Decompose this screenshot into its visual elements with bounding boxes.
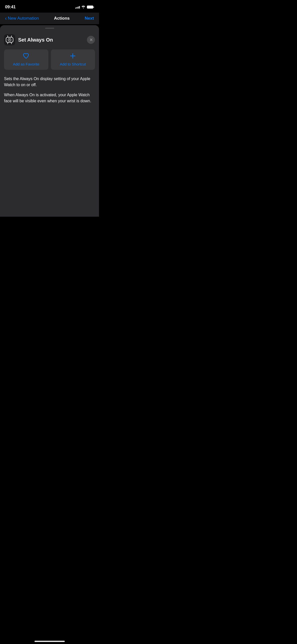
back-chevron-icon: ‹	[5, 15, 7, 21]
page-title: Actions	[54, 16, 70, 21]
next-button[interactable]: Next	[85, 16, 94, 21]
action-icon-container	[4, 34, 15, 45]
signal-bar-2	[77, 7, 77, 9]
add-shortcut-button[interactable]: Add to Shortcut	[51, 49, 95, 70]
apple-watch-icon	[6, 36, 13, 44]
svg-point-6	[9, 39, 10, 40]
description-text-2: When Always On is activated, your Apple …	[4, 92, 95, 104]
signal-bar-4	[79, 6, 80, 9]
add-favorite-label: Add as Favorite	[13, 62, 39, 66]
status-time: 09:41	[5, 5, 16, 10]
signal-bar-1	[75, 8, 76, 9]
action-header: Set Always On ✕	[0, 31, 99, 49]
bottom-sheet: Set Always On ✕ Add as Favorite Add to S…	[0, 25, 99, 217]
signal-bars-icon	[75, 6, 80, 9]
close-button[interactable]: ✕	[87, 36, 95, 44]
status-bar: 09:41	[0, 0, 99, 13]
back-label: New Automation	[8, 16, 39, 21]
battery-icon	[87, 6, 94, 9]
add-favorite-button[interactable]: Add as Favorite	[4, 49, 48, 70]
description-area: Sets the Always On display setting of yo…	[0, 74, 99, 104]
back-button[interactable]: ‹ New Automation	[5, 16, 39, 21]
action-icon-title: Set Always On	[4, 34, 53, 45]
sheet-handle-area	[0, 25, 99, 31]
heart-icon	[23, 53, 29, 60]
close-icon: ✕	[89, 38, 93, 42]
sheet-handle	[45, 28, 54, 29]
add-shortcut-label: Add to Shortcut	[60, 62, 86, 66]
status-icons	[75, 5, 94, 9]
action-buttons-row: Add as Favorite Add to Shortcut	[0, 49, 99, 74]
wifi-icon	[81, 5, 85, 9]
navigation-bar: ‹ New Automation Actions Next	[0, 13, 99, 24]
signal-bar-3	[78, 7, 79, 9]
description-text-1: Sets the Always On display setting of yo…	[4, 76, 95, 88]
plus-icon	[70, 53, 76, 60]
action-title: Set Always On	[18, 37, 53, 43]
